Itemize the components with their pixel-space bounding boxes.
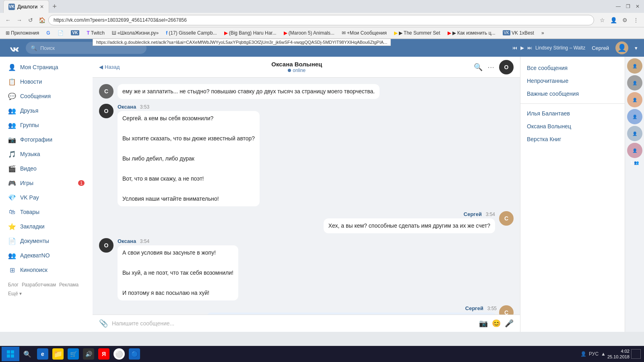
sidebar-label: Моя Страница xyxy=(20,64,58,70)
footer-more[interactable]: Ещё ▾ xyxy=(8,291,22,296)
vk-logo[interactable] xyxy=(6,41,21,55)
tab-close-button[interactable]: ✕ xyxy=(40,4,44,10)
bookmark-facebook[interactable]: f (17) Gisselle Campb... xyxy=(163,29,219,37)
sidebar-item-vkpay[interactable]: 💎 VK Pay xyxy=(0,190,93,205)
attachment-icon[interactable]: 📎 xyxy=(99,319,108,328)
messages-area[interactable]: С ему же и заплатить... не стыдно? повыш… xyxy=(93,78,520,315)
address-input[interactable] xyxy=(48,15,594,25)
bookmark-vk-icon[interactable]: VK xyxy=(68,29,82,36)
emoji-icon[interactable]: 😊 xyxy=(492,319,501,328)
prev-track-icon[interactable]: ⏮ xyxy=(512,45,517,51)
important-messages-item[interactable]: Важные сообщения xyxy=(520,87,625,100)
bookmark-shkolajizni[interactable]: Ш «ШколаЖизни.ру» xyxy=(109,29,161,37)
contact-ilya[interactable]: Илья Балантаев xyxy=(520,107,625,120)
close-button[interactable]: ✕ xyxy=(634,3,641,10)
show-desktop-button[interactable] xyxy=(631,349,641,359)
svg-rect-0 xyxy=(7,350,10,354)
taskbar-yandex[interactable]: Я xyxy=(97,347,111,361)
sidebar-item-news[interactable]: 📋 Новости xyxy=(0,74,93,89)
taskbar-up-icon: ▲ xyxy=(601,351,606,357)
bookmark-doc[interactable]: 📄 xyxy=(55,29,66,37)
back-arrow-icon: ◀ xyxy=(99,64,103,70)
user-profile-icon[interactable]: 👤 xyxy=(609,15,618,25)
start-button[interactable] xyxy=(2,347,19,361)
sidebar-item-friends[interactable]: 👥 Друзья xyxy=(0,103,93,118)
contact-verstka[interactable]: Верстка Книг xyxy=(520,133,625,146)
taskbar-explorer[interactable]: 📁 xyxy=(51,347,65,361)
minimize-button[interactable]: — xyxy=(615,3,621,10)
taskbar-search-button[interactable]: 🔍 xyxy=(20,347,35,361)
far-avatar-4[interactable]: 👤 xyxy=(627,109,642,124)
vk-logo-svg xyxy=(7,41,20,54)
bookmark-messages[interactable]: ✉ +Мои Сообщения xyxy=(339,29,389,37)
sidebar-item-adekvatno[interactable]: 👥 АдекватNO xyxy=(0,248,93,263)
refresh-nav-button[interactable]: ↺ xyxy=(26,15,35,25)
bookmark-maroon5[interactable]: ▶ (Maroon 5) Animals... xyxy=(281,29,337,37)
taskbar-ie[interactable]: e xyxy=(35,347,50,361)
menu-icon[interactable]: ⋮ xyxy=(631,15,641,25)
bookmark-apps[interactable]: ⊞ Приложения xyxy=(3,29,41,37)
taskbar-app[interactable]: 🔵 xyxy=(127,347,142,361)
bookmark-icon[interactable]: ☆ xyxy=(597,15,607,25)
voice-icon[interactable]: 🎤 xyxy=(505,319,514,328)
new-tab-button[interactable]: + xyxy=(49,2,60,11)
footer-dev[interactable]: Разработчикам xyxy=(22,282,56,288)
sidebar-item-music[interactable]: 🎵 Музыка xyxy=(0,147,93,161)
bookmark-more[interactable]: » xyxy=(539,29,547,37)
browser-tab[interactable]: VK Диалоги ✕ xyxy=(3,0,49,13)
forward-nav-button[interactable]: → xyxy=(14,15,24,25)
unread-messages-item[interactable]: Непрочитанные xyxy=(520,74,625,87)
sidebar-item-kinopoisk[interactable]: ⊞ Кинопоиск xyxy=(0,263,93,277)
shkola-icon: Ш xyxy=(112,30,116,36)
sidebar-item-photos[interactable]: 📷 Фотографии xyxy=(0,132,93,147)
taskbar-store[interactable]: 🛒 xyxy=(66,347,80,361)
bookmark-bigbang[interactable]: ▶ (Big Bang) Haru Har... xyxy=(222,29,279,37)
extensions-icon[interactable]: ⚙ xyxy=(620,15,630,25)
contact-oksana[interactable]: Оксана Волынец xyxy=(520,120,625,133)
taskbar-right: 👤 РУС ▲ 4:02 25.10.2018 xyxy=(580,348,642,360)
sidebar-item-mypage[interactable]: 👤 Моя Страница xyxy=(0,60,93,74)
msg-line xyxy=(122,185,255,193)
msg-line xyxy=(122,144,255,153)
sidebar-item-video[interactable]: 🎬 Видео xyxy=(0,161,93,176)
taskbar-sound[interactable]: 🔊 xyxy=(81,347,96,361)
bookmark-kak[interactable]: ▶ ▶ Как изменить ц... xyxy=(445,29,498,37)
sidebar-item-games[interactable]: 🎮 Игры 1 xyxy=(0,176,93,190)
taskbar-chrome[interactable]: ⚪ xyxy=(112,347,126,361)
back-button[interactable]: ◀ Назад xyxy=(99,64,120,70)
msg-bubble-3: Хех, а вы кем? способные сделать имя дру… xyxy=(324,218,495,233)
bookmark-label: Twitch xyxy=(91,30,105,36)
search-messages-icon[interactable]: 🔍 xyxy=(474,63,483,72)
sidebar-item-bookmarks[interactable]: ⭐ Закладки xyxy=(0,219,93,234)
message-input[interactable] xyxy=(112,320,475,327)
footer-ads[interactable]: Реклама xyxy=(59,282,78,288)
far-avatar-6[interactable]: 👤 xyxy=(627,143,642,158)
far-avatar-2[interactable]: 👤 xyxy=(627,75,642,90)
camera-icon[interactable]: 📷 xyxy=(479,319,488,328)
yt-icon-1: ▶ xyxy=(224,30,228,36)
bookmark-g[interactable]: G xyxy=(44,29,52,37)
user-avatar[interactable]: 👤 xyxy=(615,41,628,54)
all-messages-item[interactable]: Все сообщения xyxy=(520,62,625,74)
more-options-icon[interactable]: ··· xyxy=(487,62,494,72)
sidebar-item-docs[interactable]: 📄 Документы xyxy=(0,234,93,248)
sidebar-item-goods[interactable]: 🛍 Товары xyxy=(0,205,93,219)
bookmark-1xbest[interactable]: VK VK 1xBest xyxy=(500,29,537,37)
sidebar-item-groups[interactable]: 👥 Группы xyxy=(0,118,93,132)
play-icon[interactable]: ▶ xyxy=(520,45,524,51)
sidebar-item-messages[interactable]: 💬 Сообщения xyxy=(0,89,93,103)
home-nav-button[interactable]: 🏠 xyxy=(37,15,47,25)
next-track-icon[interactable]: ⏭ xyxy=(527,45,532,51)
msg-line: Вы хотите сказать, что вы дюже известный… xyxy=(122,134,255,143)
dropdown-chevron[interactable]: ▾ xyxy=(635,45,638,51)
sender-avatar-5: С xyxy=(499,305,514,315)
footer-blog[interactable]: Блог xyxy=(8,282,19,288)
maximize-button[interactable]: ❐ xyxy=(625,3,631,10)
back-nav-button[interactable]: ← xyxy=(3,15,13,25)
far-avatar-3[interactable]: 👤 xyxy=(627,92,642,107)
bookmark-twitch[interactable]: T Twitch xyxy=(84,29,107,37)
far-avatar-1[interactable]: 👤 xyxy=(627,58,642,74)
message-group-2: О Оксана 3:53 Сергей. а кем вы себя возо… xyxy=(99,104,514,206)
bookmark-summerset[interactable]: ▶ ▶ The Summer Set xyxy=(392,29,443,37)
far-avatar-5[interactable]: 👤 xyxy=(627,126,642,141)
